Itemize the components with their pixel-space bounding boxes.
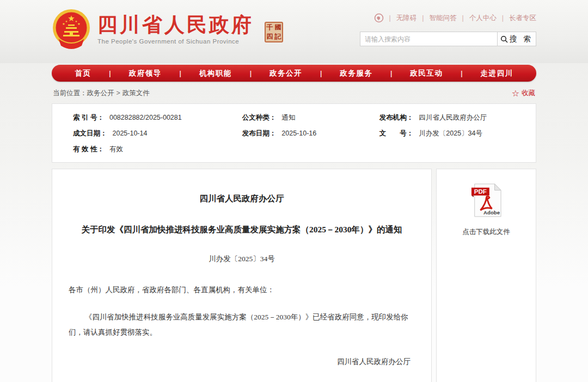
document-issuer-heading: 四川省人民政府办公厅 xyxy=(69,193,415,205)
separator: | xyxy=(250,70,252,77)
download-panel: PDF Adobe 点击下载此文件 xyxy=(436,169,536,382)
star-icon: ☆ xyxy=(512,89,519,98)
document-paragraph: 《四川省加快推进科技服务业高质量发展实施方案（2025－2030年）》已经省政府… xyxy=(69,310,415,341)
separator: | xyxy=(389,14,391,22)
separator: | xyxy=(180,70,181,77)
meta-index-number: 索 引 号： 008282882/2025-00281 xyxy=(73,113,242,122)
meta-value: 有效 xyxy=(109,145,123,154)
seal-stamp-icon: 千國四記 xyxy=(265,22,283,42)
voice-assistant-icon[interactable] xyxy=(374,13,384,23)
meta-value: 2025-10-14 xyxy=(113,130,148,137)
link-accessibility[interactable]: 无障碍 xyxy=(396,14,417,23)
download-file-link[interactable]: 点击下载此文件 xyxy=(462,227,510,237)
breadcrumb: 当前位置：政务公开>政策文件 xyxy=(53,89,150,98)
nav-item-gov-services[interactable]: 政务服务 xyxy=(340,69,372,78)
meta-value: 008282882/2025-00281 xyxy=(109,114,182,121)
separator: | xyxy=(502,14,504,22)
seal-char: 千 xyxy=(266,23,274,31)
separator: | xyxy=(320,70,322,77)
nav-item-home[interactable]: 首页 xyxy=(75,69,91,78)
favorite-label: 收藏 xyxy=(522,89,535,98)
meta-value: 通知 xyxy=(281,113,295,122)
seal-char: 記 xyxy=(274,33,282,40)
site-logo[interactable]: ★ ★ ★ ★ ★ 四川省人民政府 The People's Governmen… xyxy=(52,8,283,51)
svg-text:★: ★ xyxy=(65,20,68,23)
meta-label: 成文日期： xyxy=(73,129,107,138)
document-body: 四川省人民政府办公厅 关于印发《四川省加快推进科技服务业高质量发展实施方案（20… xyxy=(52,169,432,382)
top-utility-links: | 无障碍 | 智能问答 | 个人中心 | 长者专区 xyxy=(374,13,537,23)
meta-validity: 有 效 性： 有效 xyxy=(73,145,242,154)
favorite-button[interactable]: ☆ 收藏 xyxy=(512,89,535,98)
separator: | xyxy=(109,70,111,77)
meta-value: 2025-10-16 xyxy=(281,130,316,137)
separator: | xyxy=(461,70,462,77)
adobe-label: Adobe xyxy=(483,210,500,215)
pdf-file-icon[interactable]: PDF Adobe xyxy=(470,183,502,218)
separator: | xyxy=(422,14,424,22)
header-band: ★ ★ ★ ★ ★ 四川省人民政府 The People's Governmen… xyxy=(0,0,588,63)
svg-text:★: ★ xyxy=(77,22,80,26)
search-button-label: 搜 索 xyxy=(510,34,533,44)
meta-label: 有 效 性： xyxy=(73,145,104,154)
nav-item-org-functions[interactable]: 机构职能 xyxy=(199,69,232,78)
meta-label: 公文种类： xyxy=(242,113,277,122)
nav-item-into-sichuan[interactable]: 走进四川 xyxy=(480,69,513,78)
site-subtitle: The People's Government of Sichuan Provi… xyxy=(97,38,254,45)
meta-doc-type: 公文种类： 通知 xyxy=(242,113,379,122)
meta-label: 发布日期： xyxy=(242,129,277,138)
document-title: 关于印发《四川省加快推进科技服务业高质量发展实施方案（2025－2030年）》的… xyxy=(69,223,415,237)
search-icon xyxy=(500,35,508,43)
meta-publish-date: 发布日期： 2025-10-16 xyxy=(242,129,379,138)
site-title: 四川省人民政府 xyxy=(97,14,254,36)
document-signature: 四川省人民政府办公厅 xyxy=(69,357,415,367)
separator: | xyxy=(462,14,464,22)
breadcrumb-separator: > xyxy=(117,89,120,97)
pdf-banner-label: PDF xyxy=(474,188,487,195)
document-metadata: 索 引 号： 008282882/2025-00281 公文种类： 通知 发布机… xyxy=(52,103,536,163)
national-emblem-icon: ★ ★ ★ ★ ★ xyxy=(52,8,91,51)
breadcrumb-prefix: 当前位置： xyxy=(53,89,87,97)
nav-item-interaction[interactable]: 政民互动 xyxy=(410,69,443,78)
meta-value: 四川省人民政府办公厅 xyxy=(419,113,487,122)
breadcrumb-page[interactable]: 政策文件 xyxy=(122,89,150,97)
seal-char: 四 xyxy=(266,33,274,40)
document-salutation: 各市（州）人民政府，省政府各部门、各直属机构，有关单位： xyxy=(69,284,415,297)
meta-label: 发布机构： xyxy=(379,113,414,122)
link-personal-center[interactable]: 个人中心 xyxy=(469,14,497,23)
breadcrumb-section[interactable]: 政务公开 xyxy=(87,89,114,97)
svg-text:★: ★ xyxy=(75,20,78,23)
search-button[interactable]: 搜 索 xyxy=(497,32,536,46)
link-smart-qa[interactable]: 智能问答 xyxy=(430,14,457,23)
separator: | xyxy=(390,70,392,77)
search-input[interactable] xyxy=(360,32,497,46)
nav-item-gov-leaders[interactable]: 政府领导 xyxy=(129,69,162,78)
meta-written-date: 成文日期： 2025-10-14 xyxy=(73,129,242,138)
nav-item-gov-info[interactable]: 政务公开 xyxy=(270,69,302,78)
seal-char: 國 xyxy=(274,23,282,31)
svg-text:★: ★ xyxy=(68,14,75,23)
meta-doc-number: 文 号： 川办发〔2025〕34号 xyxy=(379,129,530,138)
link-senior-zone[interactable]: 长者专区 xyxy=(509,14,536,23)
meta-value: 川办发〔2025〕34号 xyxy=(419,129,482,138)
document-number: 川办发〔2025〕34号 xyxy=(69,254,415,264)
meta-label: 索 引 号： xyxy=(73,113,104,122)
meta-issuing-agency: 发布机构： 四川省人民政府办公厅 xyxy=(379,113,530,122)
main-navigation: 首页 | 政府领导 | 机构职能 | 政务公开 | 政务服务 | 政民互动 | … xyxy=(52,65,536,82)
meta-label: 文 号： xyxy=(379,129,414,138)
